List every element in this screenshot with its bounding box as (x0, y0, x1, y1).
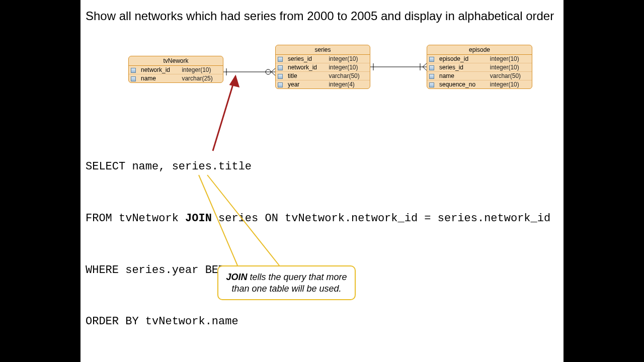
sql-line-orderby: ORDER BY tvNetwork.name (86, 316, 550, 328)
svg-line-9 (423, 67, 427, 70)
column-icon (278, 82, 283, 87)
column-icon (429, 57, 434, 62)
table-row: namevarchar(50) (427, 72, 532, 80)
table-row: network_idinteger(10) (276, 63, 370, 72)
svg-line-3 (271, 68, 275, 72)
table-row: episode_idinteger(10) (427, 55, 532, 63)
svg-marker-11 (230, 76, 238, 86)
column-icon (429, 82, 434, 87)
join-callout: JOIN tells the query that more than one … (217, 265, 356, 300)
svg-line-4 (271, 72, 275, 75)
er-table-episode: episode episode_idinteger(10) series_idi… (427, 45, 532, 89)
table-row: series_idinteger(10) (276, 55, 370, 63)
table-row: series_idinteger(10) (427, 63, 532, 72)
sql-line-from: FROM tvNetwork JOIN series ON tvNetwork.… (86, 213, 550, 225)
er-header: tvNework (129, 56, 223, 66)
column-icon (278, 57, 283, 62)
callout-text: tells the query that more than one table… (231, 272, 347, 294)
column-icon (429, 65, 434, 70)
svg-line-8 (423, 63, 427, 67)
column-icon (131, 68, 136, 73)
er-header: series (276, 45, 370, 55)
table-row: namevarchar(25) (129, 74, 223, 83)
column-icon (278, 65, 283, 70)
page-title: Show all networks which had series from … (86, 9, 554, 23)
join-keyword: JOIN (185, 212, 212, 225)
column-icon (278, 74, 283, 79)
sql-line-select: SELECT name, series.title (86, 161, 550, 173)
sql-code: SELECT name, series.title FROM tvNetwork… (86, 137, 550, 362)
callout-keyword: JOIN (226, 272, 247, 282)
slide: Show all networks which had series from … (80, 0, 564, 362)
er-table-series: series series_idinteger(10) network_idin… (275, 45, 370, 89)
table-row: sequence_nointeger(10) (427, 80, 532, 89)
svg-point-2 (266, 69, 271, 74)
table-row: titlevarchar(50) (276, 72, 370, 80)
er-table-tvnetwork: tvNework network_idinteger(10) namevarch… (128, 56, 223, 83)
column-icon (429, 74, 434, 79)
column-icon (131, 76, 136, 81)
table-row: yearinteger(4) (276, 80, 370, 89)
er-header: episode (427, 45, 532, 55)
table-row: network_idinteger(10) (129, 66, 223, 74)
